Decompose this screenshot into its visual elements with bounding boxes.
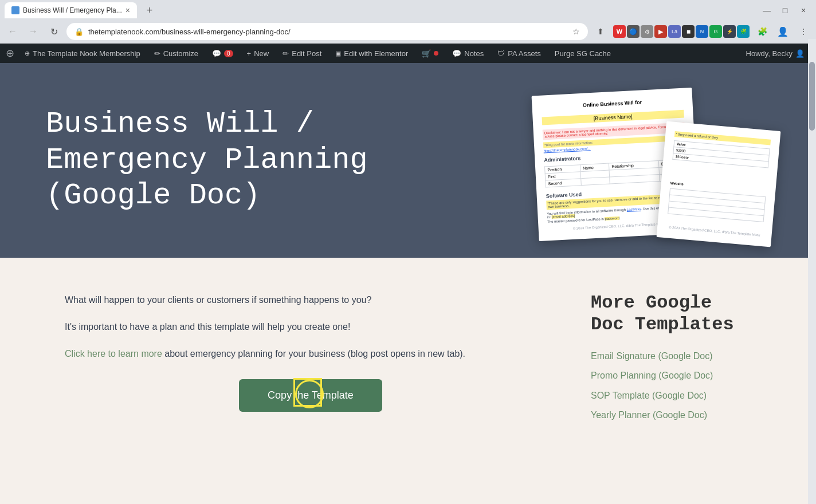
wp-customize-link[interactable]: ✏ Customize <box>148 44 204 63</box>
paragraph-2: It's important to have a plan and this t… <box>65 319 556 334</box>
tab-title: Business Will / Emergency Pla... <box>23 6 122 14</box>
url-text: thetemplatenook.com/business-will-emerge… <box>88 27 568 36</box>
wp-notes-link[interactable]: 💬 Notes <box>446 44 489 63</box>
close-button[interactable]: × <box>795 2 811 18</box>
paragraph-1: What will happen to your clients or cust… <box>65 292 556 308</box>
sidebar-title: More Google Doc Templates <box>591 292 751 336</box>
comments-badge: 0 <box>224 50 233 57</box>
active-browser-tab[interactable]: Business Will / Emergency Pla... × <box>5 2 137 18</box>
sidebar-link-2[interactable]: Promo Planning (Google Doc) <box>591 369 751 382</box>
scrollbar-thumb[interactable] <box>809 62 815 131</box>
woo-dot <box>434 51 438 56</box>
browser-menu-button[interactable]: ⋮ <box>795 23 811 40</box>
browser-tab-bar: Business Will / Emergency Pla... × + — □… <box>0 0 816 21</box>
sidebar-link-4[interactable]: Yearly Planner (Google Doc) <box>591 409 751 422</box>
paragraph-3-text: about emergency planning for your busine… <box>162 349 465 359</box>
wp-howdy-link[interactable]: Howdy, Becky 👤 <box>740 44 810 63</box>
wp-pa-assets-link[interactable]: 🛡 PA Assets <box>492 44 547 63</box>
minimize-button[interactable]: — <box>759 2 775 18</box>
doc-preview-2: * they need a refund or they Value $2000… <box>657 121 781 247</box>
hero-image: Online Business Will for [Business Name]… <box>518 80 770 258</box>
tab-close-icon[interactable]: × <box>125 6 130 15</box>
hero-text-block: Business Will /Emergency Planning(Google… <box>0 72 430 248</box>
wp-purge-link[interactable]: Purge SG Cache <box>549 44 617 63</box>
ext-icon-5[interactable]: La <box>668 25 681 38</box>
ext-icon-1[interactable]: W <box>613 25 626 38</box>
maximize-button[interactable]: □ <box>777 2 793 18</box>
share-icon[interactable]: ⬆ <box>593 23 609 40</box>
profile-button[interactable]: 👤 <box>775 23 791 40</box>
ext-icon-10[interactable]: 🧩 <box>737 25 750 38</box>
wp-edit-post-link[interactable]: ✏ Edit Post <box>277 44 327 63</box>
ext-icon-9[interactable]: ⚡ <box>723 25 736 38</box>
wp-membership-link[interactable]: ⊕ The Template Nook Membership <box>19 44 146 63</box>
refresh-button[interactable]: ↻ <box>46 23 62 40</box>
address-bar-row: ← → ↻ 🔒 thetemplatenook.com/business-wil… <box>0 21 816 44</box>
sidebar-link-3[interactable]: SOP Template (Google Doc) <box>591 389 751 402</box>
address-bar-icons: ☆ <box>572 27 580 36</box>
paragraph-3: Click here to learn more about emergency… <box>65 346 556 361</box>
learn-more-link[interactable]: Click here to learn more <box>65 349 162 359</box>
content-area: What will happen to your clients or cust… <box>0 258 816 463</box>
wp-logo-icon[interactable]: ⊕ <box>6 47 14 60</box>
wp-elementor-link[interactable]: ▣ Edit with Elementor <box>329 44 414 63</box>
ext-icon-4[interactable]: ▶ <box>654 25 667 38</box>
star-icon[interactable]: ☆ <box>572 27 580 36</box>
copy-template-button[interactable]: Copy the Template <box>239 379 382 412</box>
extension-icons: W 🔵 ⚙ ▶ La ◼ N G ⚡ 🧩 <box>613 25 750 38</box>
wp-new-link[interactable]: + New <box>241 44 275 63</box>
ext-icon-2[interactable]: 🔵 <box>627 25 640 38</box>
ext-icon-8[interactable]: G <box>709 25 722 38</box>
tab-favicon <box>11 6 19 14</box>
hero-title: Business Will /Emergency Planning(Google… <box>46 107 384 214</box>
sidebar: More Google Doc Templates Email Signatur… <box>591 292 751 428</box>
new-tab-button[interactable]: + <box>142 2 158 18</box>
wp-woo-icon[interactable]: 🛒 <box>416 44 444 63</box>
ext-icon-6[interactable]: ◼ <box>682 25 695 38</box>
wp-admin-bar: ⊕ ⊕ The Template Nook Membership ✏ Custo… <box>0 44 816 63</box>
address-bar[interactable]: 🔒 thetemplatenook.com/business-will-emer… <box>66 23 588 40</box>
hero-section: Business Will /Emergency Planning(Google… <box>0 63 816 258</box>
wp-comments-link[interactable]: 💬 0 <box>206 44 239 63</box>
forward-button[interactable]: → <box>25 23 41 40</box>
ext-icon-3[interactable]: ⚙ <box>641 25 653 38</box>
back-button[interactable]: ← <box>5 23 21 40</box>
extensions-button[interactable]: 🧩 <box>754 23 770 40</box>
main-content: What will happen to your clients or cust… <box>65 292 556 428</box>
scrollbar[interactable] <box>808 39 816 504</box>
sidebar-link-1[interactable]: Email Signature (Google Doc) <box>591 350 751 363</box>
ext-icon-7[interactable]: N <box>696 25 708 38</box>
